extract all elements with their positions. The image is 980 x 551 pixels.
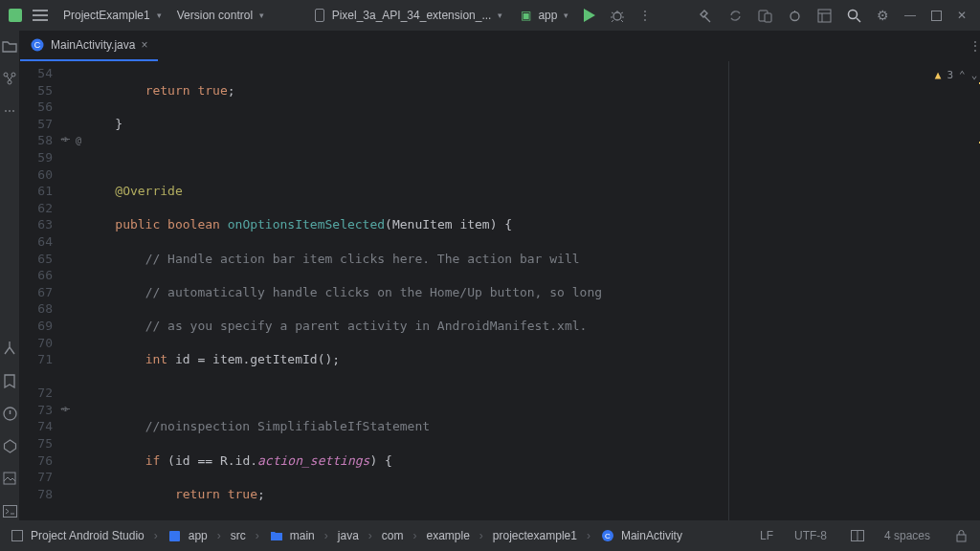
close-window-button[interactable]: ✕ — [951, 6, 972, 25]
svg-text:C: C — [605, 532, 611, 540]
breadcrumb-item[interactable]: example — [426, 529, 469, 542]
editor-more-button[interactable]: ⋮ — [964, 36, 980, 55]
breadcrumb-item[interactable]: src — [231, 529, 246, 542]
more-vertical-icon: ⋮ — [639, 9, 651, 22]
breadcrumb-item[interactable]: app — [189, 529, 208, 542]
layout-icon — [817, 9, 832, 23]
java-class-icon: C — [30, 37, 45, 53]
nav-bar-icon[interactable] — [10, 528, 25, 543]
project-selector[interactable]: ProjectExample1▾ — [57, 6, 167, 25]
java-class-icon: C — [600, 528, 615, 543]
problems-tool-button[interactable] — [0, 404, 19, 423]
device-selector[interactable]: Pixel_3a_API_34_extension_...▾ — [306, 5, 509, 26]
line-number-gutter[interactable]: 5455565758596061626364656667686970717273… — [20, 61, 60, 520]
main-content: ⋯ C MainActivity.java × ⋮ ▲ 3 ⌃ ⌄ — [0, 31, 980, 520]
sync-icon — [728, 9, 743, 23]
sync-button[interactable] — [723, 6, 748, 26]
build-button[interactable] — [693, 6, 719, 26]
code-editor[interactable]: ▲ 3 ⌃ ⌄ 54555657585960616263646566676869… — [20, 61, 980, 520]
minimize-icon: — — [904, 9, 916, 22]
svg-rect-1 — [315, 10, 323, 22]
lock-icon[interactable] — [951, 526, 970, 545]
svg-point-11 — [8, 80, 11, 84]
chevron-down-icon: ▾ — [564, 11, 568, 20]
minimize-button[interactable]: — — [899, 6, 922, 25]
svg-text:C: C — [34, 40, 41, 50]
more-horizontal-icon: ⋯ — [4, 104, 15, 118]
profiler-icon — [788, 9, 802, 23]
device-manager-icon — [758, 9, 772, 23]
code-content[interactable]: return true; } @Override public boolean … — [85, 61, 980, 520]
svg-rect-4 — [765, 13, 771, 22]
chevron-down-icon: ▾ — [259, 11, 264, 20]
right-margin-guide — [728, 61, 729, 520]
layout-inspector-button[interactable] — [812, 6, 837, 26]
run-config-selector[interactable]: ▣app▾ — [512, 5, 574, 26]
vcs-selector[interactable]: Version control▾ — [171, 6, 270, 25]
editor-tab-mainactivity[interactable]: C MainActivity.java × — [20, 31, 158, 61]
maximize-icon — [931, 11, 942, 21]
main-menu-button[interactable] — [27, 7, 54, 24]
breadcrumb-item[interactable]: projectexample1 — [493, 529, 577, 542]
svg-rect-13 — [4, 473, 15, 484]
svg-point-5 — [791, 11, 799, 20]
chevron-down-icon: ▾ — [157, 11, 162, 20]
status-bar: Project Android Studio › app › src › mai… — [0, 520, 980, 551]
search-button[interactable] — [841, 6, 867, 26]
more-actions-button[interactable]: ⋮ — [634, 6, 657, 25]
inspection-widget[interactable]: ▲ 3 ⌃ ⌄ — [935, 67, 978, 84]
warning-icon: ▲ — [935, 67, 942, 84]
tab-filename: MainActivity.java — [51, 38, 135, 52]
breadcrumb-class[interactable]: MainActivity — [621, 529, 682, 542]
folder-icon — [269, 528, 284, 543]
structure-tool-button[interactable] — [0, 69, 19, 88]
prev-highlight-button[interactable]: ⌃ — [959, 67, 966, 84]
svg-rect-0 — [9, 9, 22, 22]
settings-button[interactable]: ⚙ — [871, 5, 895, 26]
svg-rect-21 — [12, 531, 23, 541]
debug-button[interactable] — [605, 6, 630, 25]
app-logo — [8, 8, 23, 23]
profiler-button[interactable] — [782, 6, 808, 26]
main-toolbar: ProjectExample1▾ Version control▾ Pixel_… — [0, 0, 980, 31]
close-icon: ✕ — [957, 9, 967, 22]
breadcrumb-item[interactable]: main — [290, 529, 315, 542]
hammer-icon — [699, 9, 713, 23]
resource-manager-button[interactable] — [0, 469, 19, 488]
svg-rect-26 — [957, 535, 966, 541]
android-icon: ▣ — [518, 8, 533, 23]
project-tool-button[interactable] — [0, 36, 19, 55]
breadcrumb-separator: › — [150, 529, 162, 542]
svg-point-2 — [613, 12, 621, 20]
project-name: ProjectExample1 — [63, 9, 150, 22]
breadcrumb-item[interactable]: java — [338, 529, 359, 542]
gutter-icons[interactable]: ⬲ @⬲ — [60, 61, 85, 520]
reader-mode-button[interactable] — [848, 526, 867, 545]
gear-icon: ⚙ — [877, 8, 889, 23]
svg-point-7 — [849, 10, 858, 18]
editor-tabs: C MainActivity.java × ⋮ — [20, 31, 980, 61]
inspection-tool-button[interactable] — [0, 436, 19, 455]
line-separator[interactable]: LF — [760, 529, 773, 542]
warning-count: 3 — [947, 67, 953, 84]
breadcrumb-item[interactable]: com — [382, 529, 404, 542]
terminal-tool-button[interactable] — [0, 501, 19, 520]
next-highlight-button[interactable]: ⌄ — [971, 67, 978, 84]
run-button[interactable] — [578, 6, 601, 25]
build-variants-button[interactable] — [0, 339, 19, 358]
device-icon — [312, 8, 327, 23]
avd-button[interactable] — [752, 6, 778, 26]
svg-rect-6 — [818, 10, 831, 22]
left-tool-stripe: ⋯ — [0, 31, 20, 520]
bookmarks-tool-button[interactable] — [0, 371, 19, 390]
editor-area: C MainActivity.java × ⋮ ▲ 3 ⌃ ⌄ 54555657… — [20, 31, 980, 520]
breadcrumb-root[interactable]: Project Android Studio — [31, 529, 145, 542]
search-icon — [847, 9, 861, 23]
tab-close-button[interactable]: × — [141, 38, 147, 52]
maximize-button[interactable] — [925, 8, 947, 24]
file-encoding[interactable]: UTF-8 — [794, 529, 827, 542]
indent-indicator[interactable]: 4 spaces — [884, 529, 930, 542]
more-tools-button[interactable]: ⋯ — [0, 101, 19, 121]
play-icon — [584, 9, 595, 22]
svg-rect-8 — [932, 11, 942, 20]
